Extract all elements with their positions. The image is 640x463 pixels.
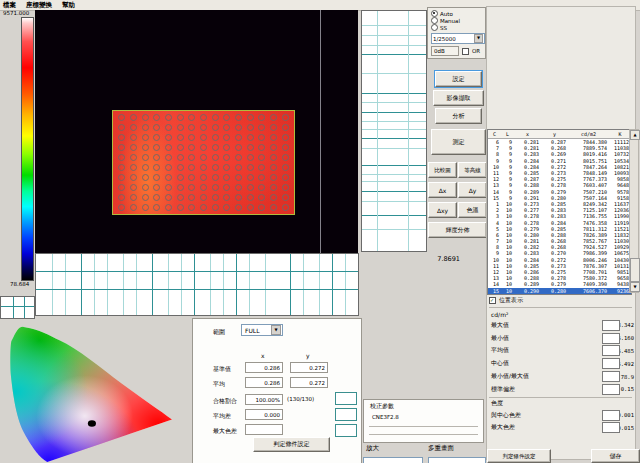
table-row[interactable]: 1010 0.2840.272 8006.24610430: [488, 257, 631, 263]
table-row[interactable]: 710 0.2810.268 7852.76711030: [488, 238, 631, 244]
contour-button[interactable]: 等高線: [458, 162, 487, 178]
measure-grid: [116, 113, 291, 212]
unit-label: cd/m²: [487, 309, 634, 319]
uniformity-col-x: x: [261, 352, 265, 359]
horizontal-profile-chart[interactable]: [35, 253, 359, 316]
radio-manual[interactable]: Manual: [431, 17, 485, 24]
table-row[interactable]: 139 0.2880.278 7603.4079648: [488, 182, 631, 188]
radio-auto[interactable]: Auto: [431, 10, 485, 17]
luminance-distribution-button[interactable]: 輝度分佈: [428, 222, 487, 238]
or-checkbox[interactable]: [462, 48, 469, 55]
judge-result-box: [602, 345, 620, 356]
stat-row: 最小值/最大值 78.9: [487, 370, 634, 383]
chevron-down-icon[interactable]: ▼: [271, 325, 281, 335]
analyze-button[interactable]: 分析: [435, 108, 482, 124]
table-row[interactable]: 129 0.2870.275 7767.3739858: [488, 176, 631, 182]
table-row[interactable]: 69 0.2810.287 7844.38011112: [488, 139, 631, 145]
judge-result-box: [335, 408, 357, 421]
setting-button[interactable]: 設定: [435, 71, 482, 87]
radio-ss-icon[interactable]: [431, 24, 438, 31]
table-row[interactable]: 89 0.2830.269 8019.41610732: [488, 151, 631, 157]
save-button[interactable]: 儲存: [591, 449, 640, 463]
table-row[interactable]: 1110 0.2850.273 7876.30710131: [488, 263, 631, 269]
multi-screen-dropdown[interactable]: [428, 457, 486, 463]
menu-help[interactable]: 幫助: [62, 1, 75, 10]
radio-manual-icon[interactable]: [431, 17, 438, 24]
table-row[interactable]: 610 0.2800.288 7826.38911832: [488, 232, 631, 238]
delta-y-button[interactable]: Δy: [458, 182, 487, 198]
chevron-down-icon[interactable]: ▼: [474, 34, 483, 43]
table-scrollbar[interactable]: ▲ ▼: [629, 129, 639, 293]
pass-ratio-field: 100.00%: [245, 394, 283, 405]
cie-chromaticity-diagram[interactable]: [5, 316, 190, 463]
table-row[interactable]: 910 0.2830.270 7986.39910675: [488, 250, 631, 256]
pass-ratio-label: 合格割合: [213, 397, 237, 406]
chroma-stat-row: 與中心色差 0.001: [487, 409, 634, 422]
table-row[interactable]: 410 0.2780.284 7476.35811919: [488, 219, 631, 225]
judge-condition-button-right[interactable]: 判定條件設定: [487, 449, 551, 463]
colorbar-max-label: 9571.000: [3, 10, 29, 16]
judge-condition-button-mid[interactable]: 判定條件設定: [253, 437, 330, 452]
average-x-field[interactable]: 0.286: [245, 377, 283, 388]
max-diff-field[interactable]: [245, 424, 283, 435]
scroll-down-icon[interactable]: ▼: [630, 282, 640, 292]
radio-ss[interactable]: SS: [431, 24, 485, 31]
zoom-dropdown[interactable]: [363, 457, 423, 463]
image-capture-button[interactable]: 影像擷取: [433, 90, 484, 106]
stat-row: 標準偏差 0.15: [487, 383, 634, 396]
table-row[interactable]: 210 0.2770.283 7125.10712036: [488, 207, 631, 213]
judge-result-box: [335, 424, 357, 437]
table-row[interactable]: 1410 0.2890.279 7409.3909438: [488, 281, 631, 287]
avg-diff-field[interactable]: 0.000: [245, 409, 283, 420]
table-row[interactable]: 510 0.2790.285 7811.31211521: [488, 226, 631, 232]
range-dropdown[interactable]: FULL ▼: [241, 324, 283, 336]
gain-field[interactable]: 0dB: [431, 46, 459, 56]
table-row[interactable]: 149 0.2890.279 7507.2109578: [488, 189, 631, 195]
table-row[interactable]: 99 0.2840.271 8015.75110534: [488, 158, 631, 164]
menu-coord-transform[interactable]: 座標變換: [26, 1, 52, 10]
zoom-label: 放大: [366, 444, 379, 453]
table-row[interactable]: 1510 0.2900.280 7606.3709236: [488, 288, 631, 294]
judge-result-box: [602, 358, 620, 369]
range-label: 範圍: [213, 328, 225, 337]
shutter-dropdown[interactable]: 1/25000 ▼: [431, 33, 485, 44]
col-l: L: [501, 131, 514, 137]
color-temp-button[interactable]: 色溫: [458, 202, 487, 218]
table-row[interactable]: 109 0.2840.272 7847.26410821: [488, 164, 631, 170]
or-label: OR: [472, 48, 480, 54]
measured-panel: [112, 110, 295, 215]
menu-file[interactable]: 檔案: [3, 1, 16, 10]
position-display-checkbox[interactable]: [489, 297, 496, 304]
table-row[interactable]: 310 0.2780.283 7136.75511990: [488, 213, 631, 219]
table-row[interactable]: 810 0.2820.268 7924.52710929: [488, 244, 631, 250]
measurement-table[interactable]: C L x y cd/m2 K 69 0.2810.287 7844.38011…: [487, 129, 632, 295]
reference-label: 基準值: [213, 365, 231, 374]
stat-row: 平均值 7616.485: [487, 345, 634, 358]
col-x: x: [514, 131, 541, 137]
table-row[interactable]: 1210 0.2860.275 7708.7019851: [488, 269, 631, 275]
table-row[interactable]: 159 0.2910.280 7507.1649158: [488, 195, 631, 201]
position-display-row[interactable]: 位置表示: [487, 295, 634, 306]
delta-xy-button[interactable]: Δxy: [428, 202, 457, 218]
scroll-up-icon[interactable]: ▲: [630, 130, 640, 140]
radio-auto-icon[interactable]: [431, 10, 438, 17]
vertical-profile-chart[interactable]: [361, 10, 427, 252]
table-row[interactable]: 110 0.2730.285 8249.34211637: [488, 201, 631, 207]
col-y: y: [541, 131, 568, 137]
scrollbar-thumb[interactable]: [630, 258, 640, 282]
table-row[interactable]: 1310 0.2880.278 7580.3729658: [488, 275, 631, 281]
luminance-image[interactable]: [35, 10, 358, 253]
judge-result-box: [602, 422, 620, 433]
judge-result-box: [602, 320, 620, 331]
reference-x-field[interactable]: 0.286: [245, 362, 283, 373]
measure-button[interactable]: 測定: [431, 129, 486, 155]
compare-chart-button[interactable]: 比較圖: [428, 162, 457, 178]
judge-result-box: [602, 410, 620, 421]
average-y-field[interactable]: 0.272: [290, 377, 328, 388]
reference-y-field[interactable]: 0.272: [290, 362, 328, 373]
avg-diff-label: 平均差: [213, 412, 231, 421]
table-row[interactable]: 79 0.2810.268 7889.57411038: [488, 145, 631, 151]
table-row[interactable]: 119 0.2850.273 7848.14910093: [488, 170, 631, 176]
delta-x-button[interactable]: Δx: [428, 182, 457, 198]
image-cursor-line[interactable]: [320, 10, 321, 253]
